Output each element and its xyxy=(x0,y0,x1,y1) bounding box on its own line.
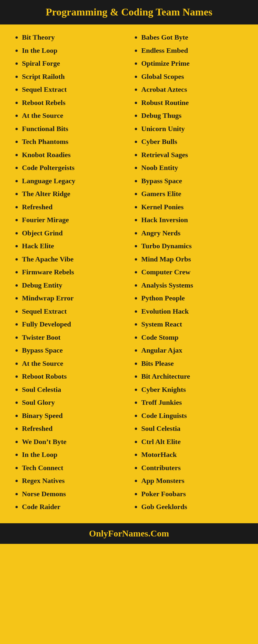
list-item: Regex Natives xyxy=(22,474,126,488)
list-item: The Alter Ridge xyxy=(22,187,126,201)
page-footer: OnlyForNames.Com xyxy=(0,523,258,544)
list-item: Bit Theory xyxy=(22,31,126,44)
list-item: Sequel Extract xyxy=(22,83,126,96)
list-item: Functional Bits xyxy=(22,122,126,136)
list-item: Turbo Dynamics xyxy=(141,240,245,253)
list-item: Code Linguists xyxy=(141,409,245,422)
list-item: Script Railoth xyxy=(22,70,126,83)
list-item: Evolution Hack xyxy=(141,305,245,318)
list-item: Soul Celestia xyxy=(141,422,245,435)
list-item: Object Grind xyxy=(22,227,126,240)
list-item: Knobot Roadies xyxy=(22,148,126,162)
list-item: Endless Embed xyxy=(141,44,245,57)
list-item: Computer Crew xyxy=(141,266,245,279)
right-column: Babes Got ByteEndless EmbedOptimize Prim… xyxy=(129,31,248,514)
list-item: Binary Speed xyxy=(22,409,126,422)
list-item: In the Loop xyxy=(22,44,126,57)
list-item: Optimize Prime xyxy=(141,57,245,70)
columns-container: Bit TheoryIn the LoopSpiral ForgeScript … xyxy=(10,31,248,514)
list-item: Bypass Space xyxy=(141,175,245,188)
list-item: Hack Elite xyxy=(22,240,126,253)
list-item: Bit Architecture xyxy=(141,370,245,383)
list-item: Fully Developed xyxy=(22,318,126,331)
content-area: Bit TheoryIn the LoopSpiral ForgeScript … xyxy=(0,24,258,520)
list-item: Cyber Knights xyxy=(141,383,245,396)
list-item: The Apache Vibe xyxy=(22,253,126,266)
list-item: Retrieval Sages xyxy=(141,148,245,162)
list-item: Noob Entity xyxy=(141,161,245,175)
list-item: Norse Demons xyxy=(22,488,126,501)
list-item: Angular Ajax xyxy=(141,344,245,357)
list-item: Firmware Rebels xyxy=(22,266,126,279)
list-item: Fourier Mirage xyxy=(22,213,126,227)
list-item: Ctrl Alt Elite xyxy=(141,435,245,449)
list-item: Code Poltergeists xyxy=(22,161,126,175)
list-item: Mindwrap Error xyxy=(22,292,126,305)
list-item: System React xyxy=(141,318,245,331)
list-item: Acrobat Aztecs xyxy=(141,83,245,96)
list-item: Tech Phantoms xyxy=(22,135,126,148)
list-item: Reboot Rebels xyxy=(22,96,126,109)
list-item: App Monsters xyxy=(141,474,245,488)
list-item: Sequel Extract xyxy=(22,305,126,318)
left-column: Bit TheoryIn the LoopSpiral ForgeScript … xyxy=(10,31,129,514)
list-item: Spiral Forge xyxy=(22,57,126,70)
list-item: Refreshed xyxy=(22,201,126,214)
footer-text: OnlyForNames.Com xyxy=(6,528,252,539)
list-item: Troff Junkies xyxy=(141,396,245,409)
list-item: Debug Thugs xyxy=(141,109,245,122)
list-item: Global Scopes xyxy=(141,70,245,83)
list-item: Refreshed xyxy=(22,422,126,435)
list-item: Tech Connect xyxy=(22,461,126,475)
list-item: Cyber Bulls xyxy=(141,135,245,148)
list-item: At the Source xyxy=(22,357,126,370)
list-item: Bits Please xyxy=(141,357,245,370)
page-header: Programming & Coding Team Names xyxy=(0,0,258,24)
list-item: Robust Routine xyxy=(141,96,245,109)
list-item: Poker Foobars xyxy=(141,488,245,501)
list-item: At the Source xyxy=(22,109,126,122)
list-item: Unicorn Unity xyxy=(141,122,245,136)
list-item: In the Loop xyxy=(22,448,126,461)
list-item: Soul Celestia xyxy=(22,383,126,396)
page-title: Programming & Coding Team Names xyxy=(6,6,252,18)
list-item: Twister Boot xyxy=(22,331,126,344)
list-item: Gamers Elite xyxy=(141,187,245,201)
list-item: Reboot Robots xyxy=(22,370,126,383)
list-item: Analysis Systems xyxy=(141,279,245,292)
list-item: Mind Map Orbs xyxy=(141,253,245,266)
list-item: Debug Entity xyxy=(22,279,126,292)
list-item: Bypass Space xyxy=(22,344,126,357)
list-item: Soul Glory xyxy=(22,396,126,409)
list-item: We Don’t Byte xyxy=(22,435,126,449)
list-item: Code Raider xyxy=(22,500,126,514)
list-item: Angry Nerds xyxy=(141,227,245,240)
list-item: Contributers xyxy=(141,461,245,475)
list-item: Babes Got Byte xyxy=(141,31,245,44)
list-item: Gob Geeklords xyxy=(141,500,245,514)
list-item: Code Stomp xyxy=(141,331,245,344)
list-item: MotorHack xyxy=(141,448,245,461)
right-list: Babes Got ByteEndless EmbedOptimize Prim… xyxy=(132,31,245,514)
list-item: Kernel Ponies xyxy=(141,201,245,214)
list-item: Hack Inversion xyxy=(141,213,245,227)
list-item: Python People xyxy=(141,292,245,305)
left-list: Bit TheoryIn the LoopSpiral ForgeScript … xyxy=(13,31,126,514)
list-item: Language Legacy xyxy=(22,175,126,188)
